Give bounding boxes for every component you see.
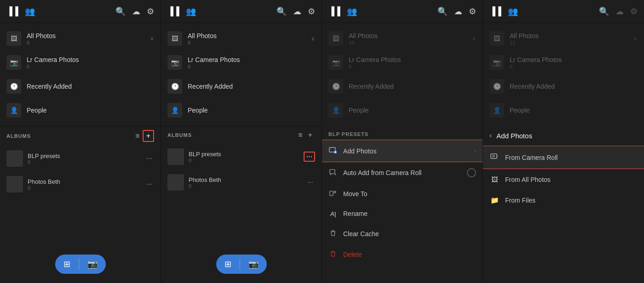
from-camera-roll-item[interactable]: From Camera Roll: [483, 146, 644, 169]
nav-bar-1: ▐▐ 👥 🔍 ☁ ⚙: [0, 0, 161, 23]
people-icon[interactable]: 👥: [25, 6, 35, 17]
people-text: People: [27, 107, 154, 114]
library-section-3: 🖼 All Photos 10 ∨ 📷 Lr Camera Photos 0 🕐…: [322, 23, 483, 126]
recently-added-text-3: Recently Added: [349, 83, 476, 90]
svg-rect-5: [330, 191, 333, 196]
from-all-photos-label: From All Photos: [505, 176, 551, 183]
album-dots-beth-2[interactable]: ···: [305, 178, 315, 187]
people-item[interactable]: 👤 People: [0, 98, 161, 122]
bottom-bar-2: ⊞ 📷: [216, 255, 267, 274]
recently-added-item-3[interactable]: 🕐 Recently Added: [322, 74, 483, 98]
library-icon-3[interactable]: ▐▐: [328, 6, 340, 17]
search-icon-4[interactable]: 🔍: [599, 6, 609, 17]
settings-icon[interactable]: ⚙: [147, 6, 154, 17]
album-photos-beth-2[interactable]: Photos Beth 0 ···: [161, 170, 322, 195]
all-photos-chevron-2: ∨: [311, 35, 315, 42]
all-photos-item-2[interactable]: 🖼 All Photos 9 ∨: [161, 27, 322, 51]
context-clear-cache[interactable]: Clear Cache: [322, 223, 483, 244]
context-rename[interactable]: A| Rename: [322, 204, 483, 223]
from-files-item[interactable]: 📁 From Files: [483, 190, 644, 211]
all-photos-name-3: All Photos: [349, 32, 466, 40]
people-item-4[interactable]: 👤 People: [483, 98, 644, 122]
search-icon-3[interactable]: 🔍: [437, 6, 448, 17]
settings-icon-4[interactable]: ⚙: [630, 6, 638, 17]
nav-left-2: ▐▐ 👥: [167, 6, 196, 17]
album-dots-blp-1[interactable]: ···: [144, 154, 154, 163]
context-auto-add[interactable]: Auto Add from Camera Roll: [322, 162, 483, 183]
from-all-photos-item[interactable]: 🖼 From All Photos: [483, 169, 644, 190]
all-photos-item[interactable]: 🖼 All Photos 9 ∨: [0, 27, 161, 51]
camera-btn-1[interactable]: 📷: [79, 255, 106, 274]
albums-add-btn-1[interactable]: +: [143, 130, 154, 142]
cloud-icon-2[interactable]: ☁: [293, 6, 301, 17]
grid-btn-1[interactable]: ⊞: [55, 255, 79, 274]
people-icon-2[interactable]: 👥: [186, 6, 196, 17]
lr-camera-name: Lr Camera Photos: [27, 56, 154, 63]
nav-bar-3: ▐▐ 👥 🔍 ☁ ⚙: [322, 0, 483, 23]
lr-camera-item-4[interactable]: 📷 Lr Camera Photos 0: [483, 51, 644, 74]
lr-camera-text-4: Lr Camera Photos 0: [510, 56, 638, 69]
context-menu-3: BLP PRESETS Add Photos ›: [322, 126, 483, 265]
all-photos-icon-3: 🖼: [328, 31, 343, 46]
albums-label-2: ALBUMS: [167, 132, 295, 138]
albums-add-btn-2[interactable]: +: [305, 130, 315, 140]
lr-camera-item-3[interactable]: 📷 Lr Camera Photos 0: [322, 51, 483, 74]
lr-camera-icon: 📷: [6, 55, 21, 70]
grid-btn-2[interactable]: ⊞: [216, 255, 240, 274]
album-dots-beth-1[interactable]: ···: [144, 180, 154, 188]
recently-added-text-4: Recently Added: [510, 83, 638, 90]
auto-add-toggle[interactable]: [467, 168, 476, 177]
lr-camera-icon-4: 📷: [489, 55, 504, 70]
album-photos-beth-1[interactable]: Photos Beth 0 ···: [0, 171, 161, 197]
library-icon-2[interactable]: ▐▐: [167, 6, 179, 17]
library-icon[interactable]: ▐▐: [6, 6, 18, 17]
settings-icon-2[interactable]: ⚙: [308, 6, 315, 17]
cloud-icon-3[interactable]: ☁: [454, 6, 462, 17]
context-add-photos[interactable]: Add Photos ›: [322, 140, 483, 162]
recently-added-item-4[interactable]: 🕐 Recently Added: [483, 74, 644, 98]
people-item-3[interactable]: 👤 People: [322, 98, 483, 122]
album-name-beth-1: Photos Beth: [28, 178, 140, 185]
search-icon-2[interactable]: 🔍: [276, 6, 287, 17]
people-item-2[interactable]: 👤 People: [161, 98, 322, 122]
panel-4: ▐▐ 👥 🔍 ☁ ⚙ 🖼 All Photos 11 ∨ 📷 Lr Camera…: [483, 0, 644, 283]
lr-camera-count-3: 0: [349, 64, 476, 69]
people-icon-3[interactable]: 👥: [347, 6, 357, 17]
camera-btn-2[interactable]: 📷: [240, 255, 267, 274]
lr-camera-name-4: Lr Camera Photos: [510, 56, 638, 63]
all-photos-chevron-3: ∨: [472, 35, 476, 42]
album-thumb-beth-2: [167, 174, 184, 191]
people-icon-4[interactable]: 👥: [508, 6, 518, 17]
albums-sort-btn-1[interactable]: ≡: [132, 131, 142, 141]
lr-camera-icon-3: 📷: [328, 55, 343, 70]
album-dots-blp-2[interactable]: ···: [304, 152, 315, 162]
context-move-to[interactable]: Move To: [322, 183, 483, 204]
album-blp-2[interactable]: BLP presets 0 ···: [161, 144, 322, 170]
lr-camera-item[interactable]: 📷 Lr Camera Photos 0: [0, 51, 161, 74]
svg-rect-4: [330, 170, 335, 174]
cloud-icon[interactable]: ☁: [132, 6, 140, 17]
rename-icon: A|: [328, 210, 338, 217]
library-section-2: 🖼 All Photos 9 ∨ 📷 Lr Camera Photos 0 🕐 …: [161, 23, 322, 126]
cloud-icon-4[interactable]: ☁: [615, 6, 624, 17]
recently-added-item[interactable]: 🕐 Recently Added: [0, 74, 161, 98]
library-icon-4[interactable]: ▐▐: [489, 6, 501, 17]
people-lib-icon-2: 👤: [167, 103, 182, 118]
albums-sort-btn-2[interactable]: ≡: [295, 130, 305, 140]
albums-header-2: ALBUMS ≡ +: [161, 126, 322, 144]
search-icon[interactable]: 🔍: [115, 6, 126, 17]
recently-added-name: Recently Added: [27, 83, 154, 90]
settings-icon-3[interactable]: ⚙: [469, 6, 476, 17]
lr-camera-item-2[interactable]: 📷 Lr Camera Photos 0: [161, 51, 322, 74]
submenu-back-btn[interactable]: ‹: [489, 131, 492, 140]
all-photos-icon-2: 🖼: [167, 31, 182, 46]
people-text-4: People: [510, 107, 638, 114]
album-thumb-blp-2: [167, 148, 184, 165]
recently-added-item-2[interactable]: 🕐 Recently Added: [161, 74, 322, 98]
all-photos-chevron-4: ∨: [633, 35, 638, 42]
all-photos-item-3[interactable]: 🖼 All Photos 10 ∨: [322, 27, 483, 51]
album-blp-1[interactable]: BLP presets 0 ···: [0, 146, 161, 171]
all-photos-item-4[interactable]: 🖼 All Photos 11 ∨: [483, 27, 644, 51]
context-delete[interactable]: Delete: [322, 244, 483, 265]
nav-bar-2: ▐▐ 👥 🔍 ☁ ⚙: [161, 0, 322, 23]
